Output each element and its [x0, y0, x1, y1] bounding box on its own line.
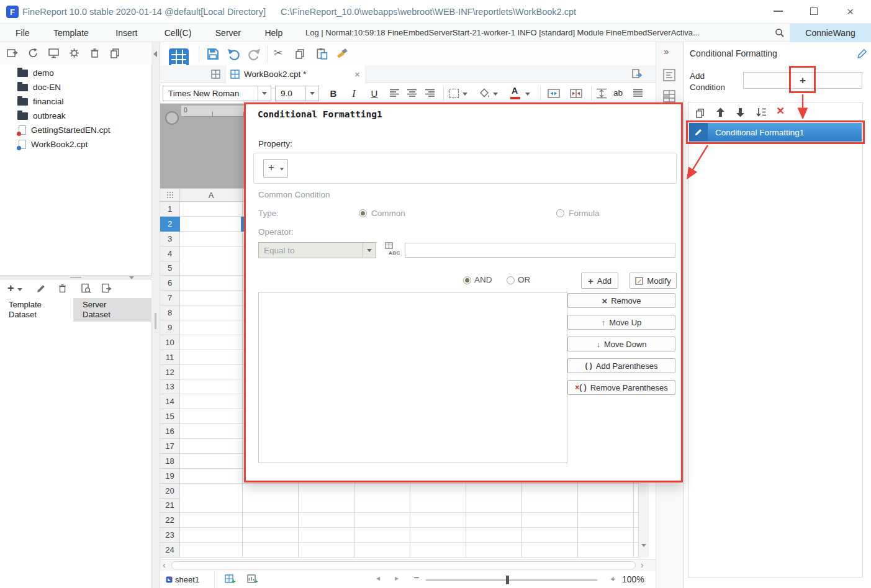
radio-common-label[interactable]: Common	[371, 209, 405, 218]
tab-close-icon[interactable]: ×	[354, 65, 360, 83]
add-condition-row-button[interactable]: + Add	[581, 273, 618, 289]
preview-dataset-icon[interactable]	[81, 283, 91, 294]
align-right-icon[interactable]	[425, 89, 435, 97]
wrap-text-icon[interactable]: ab	[613, 88, 623, 97]
row-header-20[interactable]: 20	[160, 484, 180, 499]
radio-common[interactable]	[359, 209, 367, 217]
edit-dataset-icon[interactable]	[36, 284, 46, 294]
document-tab[interactable]: WorkBook2.cpt * ×	[225, 65, 366, 83]
radio-and[interactable]	[463, 276, 471, 284]
edit-pencil-icon[interactable]	[857, 48, 867, 58]
condition-value-input[interactable]	[405, 243, 675, 258]
row-header-23[interactable]: 23	[160, 528, 180, 543]
row-header-10[interactable]: 10	[160, 335, 180, 350]
tab-template-dataset[interactable]: Template Dataset	[0, 298, 74, 322]
copy-condition-icon[interactable]	[695, 107, 706, 119]
scroll-left-icon[interactable]: ‹	[163, 560, 166, 570]
item-edit-icon[interactable]	[689, 123, 708, 142]
delete-dataset-icon[interactable]	[57, 283, 68, 294]
cell-attribute-pane-icon[interactable]	[662, 68, 676, 82]
fill-caret-icon[interactable]	[493, 93, 498, 96]
left-collapse-strip[interactable]	[151, 42, 160, 588]
font-color-icon[interactable]: A	[512, 86, 518, 96]
delete-condition-icon[interactable]: ×	[777, 103, 784, 118]
collapse-left-icon[interactable]	[153, 51, 157, 57]
user-badge[interactable]: ConnieWang	[790, 24, 871, 42]
hscroll-thumb[interactable]	[171, 561, 636, 569]
menu-server[interactable]: Server	[205, 24, 251, 42]
menu-template[interactable]: Template	[43, 24, 99, 42]
row-header-6[interactable]: 6	[160, 276, 180, 291]
move-down-button[interactable]: ↓ Move Down	[567, 337, 675, 351]
refresh-icon[interactable]	[27, 47, 39, 59]
maximize-button[interactable]	[810, 7, 818, 15]
undo-icon[interactable]	[227, 48, 241, 60]
panel-splitter[interactable]	[0, 275, 151, 279]
row-header-14[interactable]: 14	[160, 394, 180, 409]
redo-icon[interactable]	[247, 48, 261, 60]
underline-button[interactable]: U	[366, 86, 382, 101]
row-height-icon[interactable]	[596, 88, 607, 99]
condition-pane-icon[interactable]	[662, 89, 676, 103]
tree-item-doc-en[interactable]: doc-EN	[0, 80, 151, 94]
row-header-2[interactable]: 2	[160, 217, 180, 232]
row-header-1[interactable]: 1	[160, 202, 180, 217]
condition-expression-list[interactable]	[258, 292, 567, 463]
radio-and-label[interactable]: AND	[474, 275, 492, 284]
modify-condition-button[interactable]: Modify	[630, 273, 677, 289]
move-up-button[interactable]: ↑ Move Up	[567, 315, 675, 330]
italic-button[interactable]: I	[346, 86, 362, 101]
tree-item-outbreak[interactable]: outbreak	[0, 109, 151, 123]
row-header-3[interactable]: 3	[160, 232, 180, 247]
radio-or-label[interactable]: OR	[518, 275, 530, 284]
menu-help[interactable]: Help	[254, 24, 293, 42]
font-color-caret-icon[interactable]	[525, 93, 530, 96]
scroll-right-icon[interactable]: ›	[641, 560, 644, 570]
preview-icon[interactable]	[48, 47, 60, 59]
fill-color-icon[interactable]	[479, 88, 490, 99]
export-icon[interactable]	[631, 68, 643, 80]
unmerge-cells-icon[interactable]	[570, 89, 582, 98]
row-header-11[interactable]: 11	[160, 350, 180, 365]
zoom-slider-handle[interactable]	[506, 576, 509, 584]
bold-button[interactable]: B	[325, 86, 341, 101]
collapse-dataset-icon[interactable]	[129, 276, 134, 279]
font-family-select[interactable]: Times New Roman	[163, 86, 271, 101]
prev-sheet-icon[interactable]: ◂	[376, 574, 380, 582]
row-header-15[interactable]: 15	[160, 409, 180, 424]
add-parentheses-button[interactable]: ( ) Add Parentheses	[567, 358, 675, 373]
row-header-19[interactable]: 19	[160, 469, 180, 484]
radio-formula[interactable]	[556, 209, 564, 217]
add-condition-button[interactable]: +	[743, 72, 862, 89]
row-header-5[interactable]: 5	[160, 261, 180, 276]
row-header-22[interactable]: 22	[160, 513, 180, 528]
align-justify-icon[interactable]	[633, 89, 643, 97]
search-icon[interactable]	[775, 28, 785, 38]
save-icon[interactable]	[206, 47, 220, 61]
connection-dataset-icon[interactable]	[101, 283, 112, 294]
copy-template-icon[interactable]	[109, 47, 121, 59]
tree-item-financial[interactable]: financial	[0, 94, 151, 109]
radio-formula-label[interactable]: Formula	[569, 209, 600, 218]
minimize-button[interactable]	[774, 11, 783, 12]
next-sheet-icon[interactable]: ▸	[395, 574, 399, 582]
menu-insert[interactable]: Insert	[102, 24, 151, 42]
move-up-icon[interactable]	[716, 107, 725, 117]
sheet-tab[interactable]: sheet1	[160, 571, 215, 588]
row-header-24[interactable]: 24	[160, 543, 180, 558]
menu-cell[interactable]: Cell(C)	[154, 24, 202, 42]
hscroll-bar[interactable]: ‹ ›	[160, 559, 656, 571]
radio-or[interactable]	[507, 276, 515, 284]
zoom-slider-track[interactable]	[426, 579, 597, 581]
column-header-a[interactable]: A	[180, 189, 242, 202]
sheet-corner-cell[interactable]	[160, 188, 180, 202]
format-painter-icon[interactable]	[336, 47, 349, 60]
insert-grid-sheet-icon[interactable]: +	[225, 574, 237, 585]
row-header-9[interactable]: 9	[160, 320, 180, 335]
paste-icon[interactable]	[315, 47, 328, 60]
remove-parentheses-button[interactable]: ×( ) Remove Parentheses	[567, 380, 675, 395]
grid-view-icon[interactable]	[211, 70, 220, 79]
operator-select[interactable]: Equal to	[258, 242, 376, 258]
move-down-icon[interactable]	[736, 107, 745, 117]
tree-item-gettingstarted[interactable]: GettingStartedEN.cpt	[0, 123, 151, 137]
